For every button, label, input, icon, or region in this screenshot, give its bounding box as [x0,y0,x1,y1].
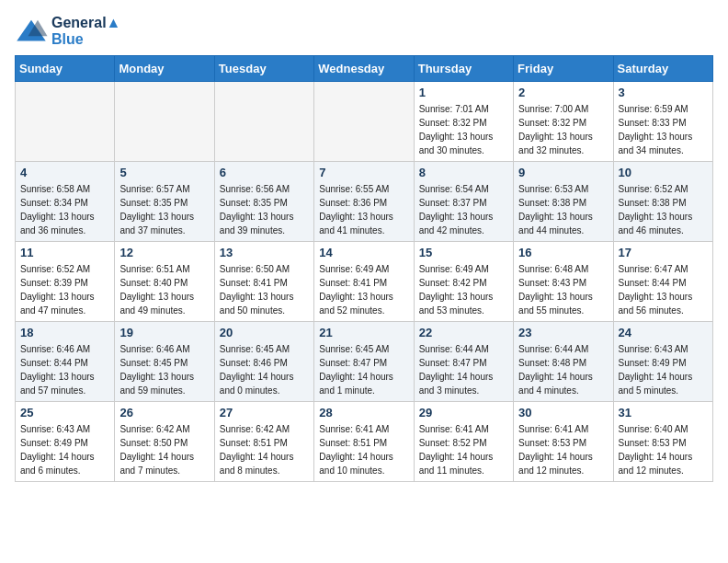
day-info: Sunrise: 6:43 AMSunset: 8:49 PMDaylight:… [20,422,109,477]
day-number: 3 [619,86,708,99]
logo: General▲ Blue [15,15,120,48]
day-info: Sunrise: 6:52 AMSunset: 8:38 PMDaylight:… [619,182,708,237]
calendar-cell: 29 Sunrise: 6:41 AMSunset: 8:52 PMDaylig… [414,402,513,482]
day-info: Sunrise: 7:00 AMSunset: 8:32 PMDaylight:… [518,102,608,157]
calendar-week-row: 4 Sunrise: 6:58 AMSunset: 8:34 PMDayligh… [16,162,713,242]
day-info: Sunrise: 6:47 AMSunset: 8:44 PMDaylight:… [619,262,708,317]
calendar-cell: 21 Sunrise: 6:45 AMSunset: 8:47 PMDaylig… [314,322,414,402]
calendar-cell: 14 Sunrise: 6:49 AMSunset: 8:41 PMDaylig… [314,242,414,322]
calendar-cell: 15 Sunrise: 6:49 AMSunset: 8:42 PMDaylig… [414,242,513,322]
weekday-header-saturday: Saturday [613,56,712,82]
day-info: Sunrise: 6:41 AMSunset: 8:52 PMDaylight:… [419,422,508,477]
day-number: 1 [419,86,508,99]
calendar-cell: 19 Sunrise: 6:46 AMSunset: 8:45 PMDaylig… [115,322,214,402]
day-info: Sunrise: 6:53 AMSunset: 8:38 PMDaylight:… [518,182,608,237]
calendar-cell: 10 Sunrise: 6:52 AMSunset: 8:38 PMDaylig… [613,162,712,242]
day-number: 4 [20,166,109,179]
day-number: 7 [319,166,408,179]
day-info: Sunrise: 6:43 AMSunset: 8:49 PMDaylight:… [619,342,708,397]
logo-icon [15,18,48,44]
page-header: General▲ Blue [15,15,713,48]
day-number: 15 [419,246,508,259]
day-number: 10 [619,166,708,179]
day-info: Sunrise: 6:44 AMSunset: 8:48 PMDaylight:… [518,342,608,397]
day-info: Sunrise: 6:48 AMSunset: 8:43 PMDaylight:… [518,262,608,317]
calendar-cell: 11 Sunrise: 6:52 AMSunset: 8:39 PMDaylig… [16,242,115,322]
calendar-cell: 13 Sunrise: 6:50 AMSunset: 8:41 PMDaylig… [214,242,313,322]
day-number: 19 [119,326,209,339]
calendar-cell: 4 Sunrise: 6:58 AMSunset: 8:34 PMDayligh… [16,162,115,242]
day-info: Sunrise: 6:55 AMSunset: 8:36 PMDaylight:… [319,182,408,237]
day-info: Sunrise: 6:41 AMSunset: 8:51 PMDaylight:… [319,422,408,477]
day-number: 11 [20,246,109,259]
day-info: Sunrise: 6:45 AMSunset: 8:46 PMDaylight:… [220,342,309,397]
day-number: 24 [619,326,708,339]
day-number: 21 [319,326,408,339]
calendar-cell: 17 Sunrise: 6:47 AMSunset: 8:44 PMDaylig… [613,242,712,322]
calendar-cell: 6 Sunrise: 6:56 AMSunset: 8:35 PMDayligh… [214,162,313,242]
weekday-header-tuesday: Tuesday [214,56,313,82]
day-number: 14 [319,246,408,259]
day-number: 31 [619,406,708,419]
calendar-cell: 1 Sunrise: 7:01 AMSunset: 8:32 PMDayligh… [414,82,513,162]
calendar-cell: 3 Sunrise: 6:59 AMSunset: 8:33 PMDayligh… [613,82,712,162]
calendar-cell: 18 Sunrise: 6:46 AMSunset: 8:44 PMDaylig… [16,322,115,402]
calendar-cell: 28 Sunrise: 6:41 AMSunset: 8:51 PMDaylig… [314,402,414,482]
day-info: Sunrise: 6:51 AMSunset: 8:40 PMDaylight:… [119,262,209,317]
day-number: 13 [220,246,309,259]
calendar-cell: 23 Sunrise: 6:44 AMSunset: 8:48 PMDaylig… [514,322,613,402]
logo-text: General▲ Blue [51,15,120,48]
day-info: Sunrise: 6:57 AMSunset: 8:35 PMDaylight:… [119,182,209,237]
day-number: 5 [119,166,209,179]
calendar-cell: 12 Sunrise: 6:51 AMSunset: 8:40 PMDaylig… [115,242,214,322]
calendar: SundayMondayTuesdayWednesdayThursdayFrid… [15,55,713,482]
day-number: 20 [220,326,309,339]
weekday-header-monday: Monday [115,56,214,82]
day-number: 23 [518,326,608,339]
day-number: 25 [20,406,109,419]
calendar-cell: 25 Sunrise: 6:43 AMSunset: 8:49 PMDaylig… [16,402,115,482]
weekday-header-thursday: Thursday [414,56,513,82]
calendar-cell [115,82,214,162]
day-number: 22 [419,326,508,339]
calendar-cell [314,82,414,162]
calendar-cell: 31 Sunrise: 6:40 AMSunset: 8:53 PMDaylig… [613,402,712,482]
day-info: Sunrise: 6:46 AMSunset: 8:44 PMDaylight:… [20,342,109,397]
calendar-cell: 7 Sunrise: 6:55 AMSunset: 8:36 PMDayligh… [314,162,414,242]
day-info: Sunrise: 6:42 AMSunset: 8:51 PMDaylight:… [220,422,309,477]
day-info: Sunrise: 6:49 AMSunset: 8:42 PMDaylight:… [419,262,508,317]
calendar-cell [214,82,313,162]
day-number: 30 [518,406,608,419]
day-info: Sunrise: 6:50 AMSunset: 8:41 PMDaylight:… [220,262,309,317]
day-number: 26 [119,406,209,419]
calendar-cell: 24 Sunrise: 6:43 AMSunset: 8:49 PMDaylig… [613,322,712,402]
day-info: Sunrise: 6:49 AMSunset: 8:41 PMDaylight:… [319,262,408,317]
day-info: Sunrise: 6:44 AMSunset: 8:47 PMDaylight:… [419,342,508,397]
day-info: Sunrise: 6:52 AMSunset: 8:39 PMDaylight:… [20,262,109,317]
day-info: Sunrise: 6:45 AMSunset: 8:47 PMDaylight:… [319,342,408,397]
calendar-cell: 9 Sunrise: 6:53 AMSunset: 8:38 PMDayligh… [514,162,613,242]
day-number: 2 [518,86,608,99]
calendar-cell [16,82,115,162]
calendar-week-row: 11 Sunrise: 6:52 AMSunset: 8:39 PMDaylig… [16,242,713,322]
calendar-week-row: 25 Sunrise: 6:43 AMSunset: 8:49 PMDaylig… [16,402,713,482]
calendar-week-row: 18 Sunrise: 6:46 AMSunset: 8:44 PMDaylig… [16,322,713,402]
day-info: Sunrise: 6:42 AMSunset: 8:50 PMDaylight:… [119,422,209,477]
calendar-cell: 27 Sunrise: 6:42 AMSunset: 8:51 PMDaylig… [214,402,313,482]
day-number: 6 [220,166,309,179]
day-info: Sunrise: 7:01 AMSunset: 8:32 PMDaylight:… [419,102,508,157]
weekday-header-sunday: Sunday [16,56,115,82]
calendar-cell: 2 Sunrise: 7:00 AMSunset: 8:32 PMDayligh… [514,82,613,162]
calendar-cell: 30 Sunrise: 6:41 AMSunset: 8:53 PMDaylig… [514,402,613,482]
weekday-header-friday: Friday [514,56,613,82]
day-info: Sunrise: 6:58 AMSunset: 8:34 PMDaylight:… [20,182,109,237]
day-info: Sunrise: 6:41 AMSunset: 8:53 PMDaylight:… [518,422,608,477]
calendar-cell: 20 Sunrise: 6:45 AMSunset: 8:46 PMDaylig… [214,322,313,402]
day-info: Sunrise: 6:46 AMSunset: 8:45 PMDaylight:… [119,342,209,397]
day-number: 29 [419,406,508,419]
day-number: 12 [119,246,209,259]
day-info: Sunrise: 6:54 AMSunset: 8:37 PMDaylight:… [419,182,508,237]
day-number: 17 [619,246,708,259]
day-info: Sunrise: 6:40 AMSunset: 8:53 PMDaylight:… [619,422,708,477]
day-number: 18 [20,326,109,339]
